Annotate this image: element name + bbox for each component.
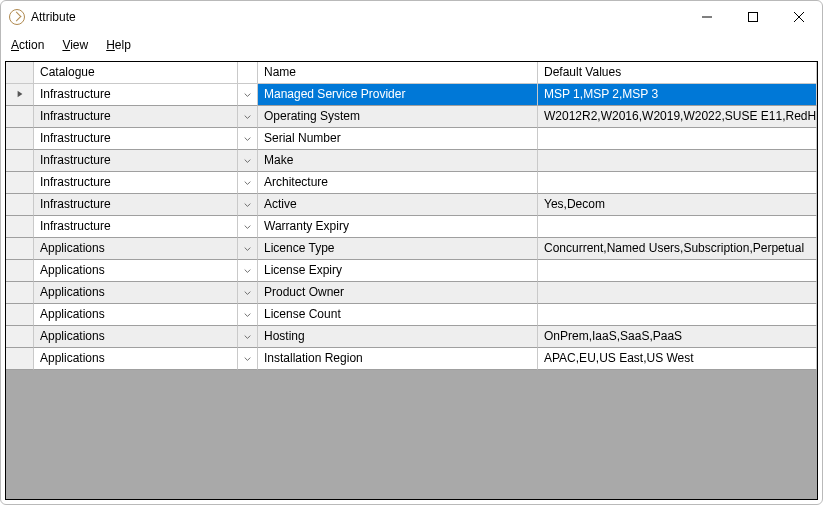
close-button[interactable] (776, 1, 822, 33)
cell-name[interactable]: Serial Number (258, 128, 538, 150)
cell-catalogue[interactable]: Applications (34, 282, 238, 304)
menu-help[interactable]: Help (106, 38, 131, 52)
row-selector[interactable] (6, 304, 34, 326)
cell-default-values[interactable]: W2012R2,W2016,W2019,W2022,SUSE E11,RedHa… (538, 106, 817, 128)
catalogue-dropdown-button[interactable] (238, 194, 258, 216)
row-selector[interactable] (6, 106, 34, 128)
maximize-button[interactable] (730, 1, 776, 33)
attribute-grid[interactable]: Catalogue Name Default Values Infrastruc… (6, 62, 817, 370)
catalogue-dropdown-button[interactable] (238, 260, 258, 282)
header-catalogue[interactable]: Catalogue (34, 62, 238, 84)
table-row[interactable]: ApplicationsProduct Owner (6, 282, 817, 304)
cell-catalogue[interactable]: Applications (34, 304, 238, 326)
row-selector[interactable] (6, 282, 34, 304)
catalogue-dropdown-button[interactable] (238, 216, 258, 238)
cell-default-values[interactable] (538, 150, 817, 172)
content-area: Catalogue Name Default Values Infrastruc… (5, 61, 818, 500)
cell-name[interactable]: Architecture (258, 172, 538, 194)
catalogue-dropdown-button[interactable] (238, 326, 258, 348)
table-row[interactable]: InfrastructureActiveYes,Decom (6, 194, 817, 216)
table-row[interactable]: InfrastructureWarranty Expiry (6, 216, 817, 238)
cell-name[interactable]: Make (258, 150, 538, 172)
titlebar-left: Attribute (9, 9, 76, 25)
minimize-button[interactable] (684, 1, 730, 33)
row-selector[interactable] (6, 216, 34, 238)
catalogue-dropdown-button[interactable] (238, 128, 258, 150)
app-icon (9, 9, 25, 25)
cell-default-values[interactable] (538, 282, 817, 304)
grid-empty-area (6, 370, 817, 499)
cell-default-values[interactable]: Concurrent,Named Users,Subscription,Perp… (538, 238, 817, 260)
row-selector[interactable] (6, 238, 34, 260)
catalogue-dropdown-button[interactable] (238, 282, 258, 304)
row-selector[interactable] (6, 326, 34, 348)
cell-name[interactable]: Operating System (258, 106, 538, 128)
cell-catalogue[interactable]: Infrastructure (34, 128, 238, 150)
table-row[interactable]: InfrastructureOperating SystemW2012R2,W2… (6, 106, 817, 128)
current-row-indicator-icon (16, 88, 24, 102)
grid-header-row: Catalogue Name Default Values (6, 62, 817, 84)
header-default-values[interactable]: Default Values (538, 62, 817, 84)
table-row[interactable]: ApplicationsLicense Count (6, 304, 817, 326)
header-catalogue-dropdown-spacer (238, 62, 258, 84)
row-selector[interactable] (6, 260, 34, 282)
cell-name[interactable]: License Count (258, 304, 538, 326)
cell-default-values[interactable]: APAC,EU,US East,US West (538, 348, 817, 370)
table-row[interactable]: ApplicationsInstallation RegionAPAC,EU,U… (6, 348, 817, 370)
chevron-down-icon (244, 153, 251, 168)
chevron-down-icon (244, 109, 251, 124)
chevron-down-icon (244, 175, 251, 190)
catalogue-dropdown-button[interactable] (238, 304, 258, 326)
catalogue-dropdown-button[interactable] (238, 172, 258, 194)
cell-name[interactable]: Hosting (258, 326, 538, 348)
row-selector[interactable] (6, 128, 34, 150)
row-selector[interactable] (6, 150, 34, 172)
catalogue-dropdown-button[interactable] (238, 238, 258, 260)
catalogue-dropdown-button[interactable] (238, 150, 258, 172)
table-row[interactable]: InfrastructureManaged Service ProviderMS… (6, 84, 817, 106)
cell-catalogue[interactable]: Infrastructure (34, 194, 238, 216)
table-row[interactable]: ApplicationsLicence TypeConcurrent,Named… (6, 238, 817, 260)
table-row[interactable]: ApplicationsHostingOnPrem,IaaS,SaaS,PaaS (6, 326, 817, 348)
table-row[interactable]: InfrastructureArchitecture (6, 172, 817, 194)
cell-default-values[interactable]: MSP 1,MSP 2,MSP 3 (538, 84, 817, 106)
cell-default-values[interactable] (538, 260, 817, 282)
cell-default-values[interactable]: Yes,Decom (538, 194, 817, 216)
menu-view[interactable]: View (62, 38, 88, 52)
cell-catalogue[interactable]: Infrastructure (34, 172, 238, 194)
table-row[interactable]: InfrastructureSerial Number (6, 128, 817, 150)
row-selector[interactable] (6, 194, 34, 216)
cell-name[interactable]: Licence Type (258, 238, 538, 260)
cell-catalogue[interactable]: Applications (34, 326, 238, 348)
cell-catalogue[interactable]: Applications (34, 260, 238, 282)
cell-catalogue[interactable]: Infrastructure (34, 216, 238, 238)
header-name[interactable]: Name (258, 62, 538, 84)
row-selector[interactable] (6, 172, 34, 194)
cell-catalogue[interactable]: Infrastructure (34, 150, 238, 172)
row-selector-header[interactable] (6, 62, 34, 84)
catalogue-dropdown-button[interactable] (238, 84, 258, 106)
table-row[interactable]: ApplicationsLicense Expiry (6, 260, 817, 282)
table-row[interactable]: InfrastructureMake (6, 150, 817, 172)
cell-catalogue[interactable]: Applications (34, 348, 238, 370)
cell-name[interactable]: Product Owner (258, 282, 538, 304)
cell-name[interactable]: License Expiry (258, 260, 538, 282)
menu-action[interactable]: Action (11, 38, 44, 52)
catalogue-dropdown-button[interactable] (238, 348, 258, 370)
cell-default-values[interactable] (538, 216, 817, 238)
cell-name[interactable]: Managed Service Provider (258, 84, 538, 106)
cell-catalogue[interactable]: Infrastructure (34, 106, 238, 128)
catalogue-dropdown-button[interactable] (238, 106, 258, 128)
row-selector[interactable] (6, 84, 34, 106)
cell-default-values[interactable] (538, 128, 817, 150)
cell-catalogue[interactable]: Applications (34, 238, 238, 260)
chevron-down-icon (244, 87, 251, 102)
cell-name[interactable]: Installation Region (258, 348, 538, 370)
cell-catalogue[interactable]: Infrastructure (34, 84, 238, 106)
row-selector[interactable] (6, 348, 34, 370)
cell-name[interactable]: Active (258, 194, 538, 216)
cell-default-values[interactable] (538, 304, 817, 326)
cell-default-values[interactable] (538, 172, 817, 194)
cell-default-values[interactable]: OnPrem,IaaS,SaaS,PaaS (538, 326, 817, 348)
cell-name[interactable]: Warranty Expiry (258, 216, 538, 238)
